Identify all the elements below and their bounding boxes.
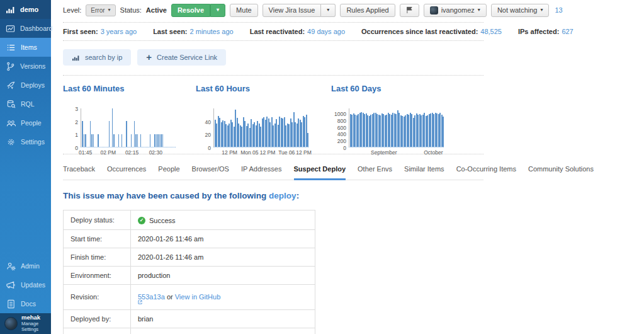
deploy-link[interactable]: deploy [269,191,297,200]
sidebar-item-rql[interactable]: RQL [0,95,51,113]
chart-y-axis: 10008006004002000 [331,108,349,147]
chart-x-axis: SeptemberOctober [349,149,444,157]
last-reactivated-link[interactable]: 49 days ago [307,28,345,35]
create-service-link-button[interactable]: + Create Service Link [137,49,226,66]
view-jira-issue-button[interactable]: View Jira Issue [263,4,322,17]
resolve-split-button: Resolve ▾ [171,4,225,17]
flag-button[interactable] [400,4,419,17]
table-row: Environment: production [64,266,315,284]
sidebar-item-label: RQL [21,100,35,108]
row-value: brian [131,310,315,328]
status-value: Active [146,6,167,14]
status-label: Status: [120,6,142,14]
resolve-dropdown[interactable]: ▾ [210,4,225,17]
charts-row: Last 60 Minutes 3210 01:4502 PM02:1502:3… [63,76,483,154]
view-in-github-link[interactable]: View in GitHub [175,292,221,300]
chart-title: Last 60 Days [331,84,483,93]
row-value: production [131,266,315,284]
row-label: Finish time: [64,248,131,266]
revision-link[interactable]: 553a13a [138,292,165,300]
chart-plot: 3210 01:4502 PM02:1502:30 [63,108,196,147]
sidebar-item-deploys[interactable]: Deploys [0,76,51,95]
row-label: Deploy status: [64,210,131,230]
last-seen-link[interactable]: 2 minutes ago [190,28,234,35]
brand[interactable]: demo [0,0,51,19]
stat-last-reactivated: Last reactivated:49 days ago [250,28,345,35]
stat-occurrences: Occurrences since last reactivated:48,52… [361,28,502,35]
table-row: Deployed by: brian [64,310,315,328]
search-by-ip-button[interactable]: search by ip [63,49,131,66]
row-value: Just a regular deploy [131,328,315,334]
sidebar: demo Dashboard Items Versions Deploys RQ… [0,0,51,334]
occurrences-link[interactable]: 48,525 [480,28,502,35]
row-value: 553a13a or View in GitHub [131,284,315,310]
level-dropdown[interactable]: Error ▾ [86,4,115,16]
rql-database-search-icon [6,100,16,109]
chart-y-axis: 3210 [63,108,81,147]
tab-browser-os[interactable]: Browser/OS [192,159,229,180]
sidebar-item-updates[interactable]: Updates [0,275,51,294]
gear-icon [6,137,16,147]
chart-plot: 10008006004002000 SeptemberOctober [331,108,483,147]
plus-icon: + [146,54,152,60]
chevron-down-icon: ▾ [217,8,219,13]
tab-similar-items[interactable]: Similar Items [404,159,444,180]
assignee-avatar [430,6,438,14]
chevron-down-icon: ▾ [478,8,480,13]
tab-people[interactable]: People [158,159,179,180]
megaphone-icon [6,280,16,290]
tab-other-envs[interactable]: Other Envs [358,159,392,180]
row-label: Environment: [64,266,131,284]
jira-split-button: View Jira Issue ▾ [263,4,336,17]
tab-community-solutions[interactable]: Community Solutions [528,159,594,180]
sidebar-item-versions[interactable]: Versions [0,57,51,76]
sidebar-item-label: Settings [21,138,45,146]
sidebar-item-settings[interactable]: Settings [0,132,51,151]
sidebar-item-items[interactable]: Items [0,38,51,57]
watching-dropdown[interactable]: Not watching ▾ [491,4,550,17]
row-label: Revision: [64,284,131,310]
tab-traceback[interactable]: Traceback [63,159,95,180]
stat-ips-affected: IPs affected:627 [518,28,573,35]
item-toolbar: Level: Error ▾ Status: Active Resolve ▾ … [63,3,483,18]
chart-bars [81,108,176,147]
rules-applied-button[interactable]: Rules Applied [340,4,395,17]
table-row: Deploy status: ✓ Success [64,210,315,230]
chart-last-60-days: Last 60 Days 10008006004002000 September… [331,84,483,147]
sidebar-item-label: Versions [20,62,45,70]
row-value: 2020-01-26 11:46 am [131,229,315,248]
sidebar-item-docs[interactable]: Docs [0,294,51,313]
sidebar-item-admin[interactable]: Admin [0,256,51,275]
sidebar-item-dashboard[interactable]: Dashboard [0,19,51,38]
sidebar-item-label: Admin [21,262,40,270]
items-list-icon [6,43,16,52]
sidebar-item-people[interactable]: People [0,113,51,132]
ips-affected-link[interactable]: 627 [562,28,573,35]
tab-co-occurring-items[interactable]: Co-Occurring Items [456,159,516,180]
tab-occurrences[interactable]: Occurrences [107,159,146,180]
tab-ip-addresses[interactable]: IP Addresses [241,159,282,180]
chart-plot: 40200 12 PMMon 0512 PMTue 0612 PM [196,108,331,147]
suspect-deploy-heading: This issue may have been caused by the f… [63,191,483,200]
user-menu[interactable]: mehak Manage Settings [0,313,51,334]
chart-last-60-hours: Last 60 Hours 40200 12 PMMon 0512 PMTue … [196,84,331,147]
jira-dropdown[interactable]: ▾ [321,4,336,17]
table-row: Start time: 2020-01-26 11:46 am [64,229,315,248]
tab-suspect-deploy[interactable]: Suspect Deploy [294,159,346,180]
manage-settings-link[interactable]: Manage Settings [21,321,47,332]
chart-last-60-minutes: Last 60 Minutes 3210 01:4502 PM02:1502:3… [63,84,196,147]
assignee-dropdown[interactable]: ivangomez ▾ [424,4,487,17]
admin-icon [6,262,16,271]
stats-row: First seen:3 years ago Last seen:2 minut… [63,23,483,40]
row-value: ✓ Success [131,210,315,230]
sidebar-item-label: Deploys [21,81,45,89]
chart-bars [213,108,308,147]
watchers-count-link[interactable]: 13 [553,6,562,14]
mute-button[interactable]: Mute [230,4,257,17]
dashboard-icon [6,24,15,33]
resolve-button[interactable]: Resolve [171,4,210,17]
first-seen-link[interactable]: 3 years ago [101,28,137,35]
deploy-status-value: Success [149,217,176,224]
item-tabs: Traceback Occurrences People Browser/OS … [63,159,483,180]
chart-title: Last 60 Minutes [63,84,196,93]
